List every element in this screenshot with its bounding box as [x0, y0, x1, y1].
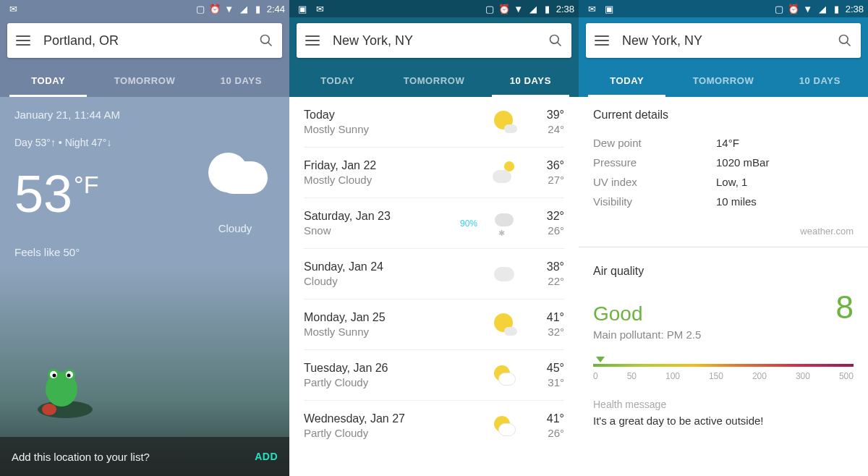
forecast-condition: Mostly Cloudy	[304, 174, 479, 186]
high-temp: 41°	[529, 412, 564, 425]
battery-icon: ▮	[252, 3, 264, 14]
forecast-row[interactable]: Sunday, Jan 24Cloudy 38°22°	[304, 249, 564, 299]
tab-tomorrow[interactable]: TOMORROW	[675, 64, 771, 97]
forecast-row[interactable]: TodayMostly Sunny 39°24°	[304, 97, 564, 148]
weather-icon	[491, 211, 517, 237]
high-temp: 45°	[529, 362, 564, 375]
cloud-icon	[203, 153, 268, 193]
svg-line-14	[847, 43, 851, 46]
date-time: January 21, 11:44 AM	[14, 109, 275, 121]
detail-label: Visibility	[593, 195, 716, 208]
forecast-day: Tuesday, Jan 26	[304, 362, 479, 375]
condition: Cloudy	[218, 222, 252, 234]
aqi-scale: 050100150200300500	[593, 364, 854, 381]
temp-range: Day 53°↑ • Night 47°↓	[14, 137, 275, 148]
svg-line-1	[268, 43, 272, 46]
search-box[interactable]: Portland, OR	[7, 23, 282, 58]
tab-today[interactable]: TODAY	[579, 64, 675, 97]
add-button[interactable]: ADD	[255, 451, 278, 462]
add-location-bar: Add this location to your list? ADD	[0, 437, 289, 476]
detail-row: Pressure1020 mBar	[593, 153, 854, 172]
aqi-tick: 500	[839, 371, 854, 381]
forecast-day: Friday, Jan 22	[304, 159, 479, 172]
low-temp: 31°	[529, 376, 564, 388]
wifi-icon: ▼	[513, 3, 524, 14]
tab-today[interactable]: TODAY	[0, 64, 96, 97]
tab-10days[interactable]: 10 DAYS	[193, 64, 289, 97]
tab-10days[interactable]: 10 DAYS	[482, 64, 579, 97]
forecast-row[interactable]: Monday, Jan 25Mostly Sunny 41°32°	[304, 299, 564, 350]
high-temp: 41°	[529, 311, 564, 324]
details-panel[interactable]: Current details Dew point14°FPressure102…	[579, 97, 868, 476]
today-panel: January 21, 11:44 AM Day 53°↑ • Night 47…	[0, 97, 289, 476]
forecast-row[interactable]: Friday, Jan 22Mostly Cloudy 36°27°	[304, 148, 564, 198]
mail-icon: ✉	[314, 3, 326, 14]
tab-10days[interactable]: 10 DAYS	[772, 64, 868, 97]
signal-icon: ◢	[527, 3, 539, 14]
alarm-icon: ⏰	[209, 3, 221, 14]
low-temp: 22°	[529, 275, 564, 287]
detail-value: Low, 1	[716, 176, 747, 188]
location-text: New York, NY	[622, 33, 825, 48]
forecast-condition: Mostly Sunny	[304, 326, 479, 338]
aqi-tick: 100	[665, 371, 680, 381]
tab-tomorrow[interactable]: TOMORROW	[386, 64, 482, 97]
alarm-icon: ⏰	[498, 3, 510, 14]
search-wrap: New York, NY	[579, 17, 868, 64]
vibrate-icon: ▢	[773, 3, 785, 14]
weather-icon	[491, 312, 517, 338]
high-temp: 39°	[529, 109, 564, 122]
search-icon[interactable]	[548, 33, 563, 48]
alarm-icon: ⏰	[788, 3, 799, 14]
aqi-marker-icon	[596, 357, 605, 362]
low-temp: 26°	[529, 224, 564, 237]
search-icon[interactable]	[838, 33, 852, 48]
forecast-row[interactable]: Saturday, Jan 23Snow 90% 32°26°	[304, 198, 564, 249]
feels-like: Feels like 50°	[14, 246, 275, 258]
forecast-row[interactable]: Wednesday, Jan 27Partly Cloudy 41°26°	[304, 401, 564, 451]
signal-icon: ◢	[238, 3, 250, 14]
svg-point-10	[42, 404, 56, 415]
detail-label: Dew point	[593, 137, 716, 149]
forecast-day: Today	[304, 109, 479, 122]
tabs: TODAY TOMORROW 10 DAYS	[579, 64, 868, 97]
search-icon[interactable]	[259, 33, 273, 48]
menu-icon[interactable]	[305, 35, 320, 46]
menu-icon[interactable]	[595, 35, 609, 46]
svg-point-11	[550, 35, 559, 44]
low-temp: 27°	[529, 174, 564, 186]
wifi-icon: ▼	[224, 3, 235, 14]
svg-point-8	[53, 374, 56, 378]
weather-icon	[491, 261, 517, 287]
low-temp: 32°	[529, 326, 564, 338]
status-time: 2:38	[556, 4, 574, 14]
detail-row: Visibility10 miles	[593, 192, 854, 211]
section-title: Current details	[593, 109, 854, 122]
attribution: weather.com	[593, 226, 854, 247]
tabs: TODAY TOMORROW 10 DAYS	[0, 64, 289, 97]
aqi-tick: 50	[627, 371, 637, 381]
forecast-list[interactable]: TodayMostly Sunny 39°24°Friday, Jan 22Mo…	[289, 97, 579, 476]
detail-value: 14°F	[716, 137, 739, 149]
aqi-gradient	[593, 364, 854, 367]
tab-tomorrow[interactable]: TOMORROW	[96, 64, 192, 97]
search-box[interactable]: New York, NY	[297, 23, 571, 58]
location-text: Portland, OR	[43, 33, 246, 48]
menu-icon[interactable]	[16, 35, 30, 46]
search-box[interactable]: New York, NY	[586, 23, 861, 58]
phone-newyork-details: ✉▣ ▢ ⏰ ▼ ◢ ▮ 2:38 New York, NY TODAY TOM…	[579, 0, 868, 476]
mail-icon: ✉	[7, 3, 19, 14]
high-temp: 38°	[529, 260, 564, 273]
status-bar: ✉▣ ▢ ⏰ ▼ ◢ ▮ 2:38	[579, 0, 868, 17]
forecast-day: Sunday, Jan 24	[304, 260, 479, 273]
tab-today[interactable]: TODAY	[289, 64, 386, 97]
phone-newyork-forecast: ▣✉ ▢ ⏰ ▼ ◢ ▮ 2:38 New York, NY TODAY TOM…	[289, 0, 579, 476]
status-bar: ✉ ▢ ⏰ ▼ ◢ ▮ 2:44	[0, 0, 289, 17]
status-time: 2:38	[846, 4, 864, 14]
low-temp: 24°	[529, 123, 564, 135]
battery-icon: ▮	[542, 3, 553, 14]
forecast-row[interactable]: Tuesday, Jan 26Partly Cloudy 45°31°	[304, 350, 564, 401]
status-bar: ▣✉ ▢ ⏰ ▼ ◢ ▮ 2:38	[289, 0, 579, 17]
status-time: 2:44	[267, 4, 285, 14]
air-quality-index: 8	[836, 289, 854, 326]
